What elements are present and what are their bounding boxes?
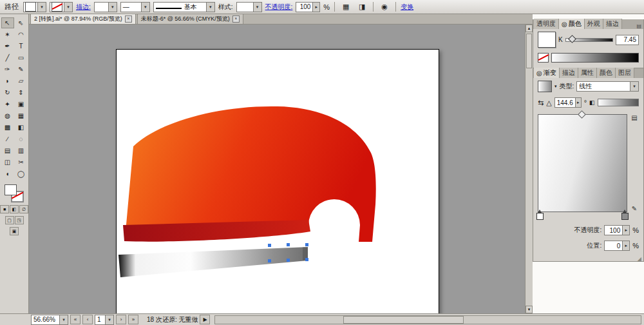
screen-mode-icon[interactable]: ▣ xyxy=(10,227,19,235)
k-slider[interactable] xyxy=(565,38,613,42)
tool-6[interactable]: ╱ xyxy=(1,52,14,63)
reverse-gradient-icon[interactable]: ⇆ xyxy=(538,99,544,107)
brush-definition-dropdown[interactable]: 基本 ▾ xyxy=(153,2,215,12)
draw-behind-icon[interactable]: ◳ xyxy=(15,216,24,224)
gradient-location-field[interactable]: 0 ▸ xyxy=(604,241,630,251)
stepper-icon[interactable]: ▸ xyxy=(312,3,319,12)
selection-handle[interactable] xyxy=(268,244,271,247)
tool-1[interactable]: ⇖ xyxy=(15,17,28,28)
tool-26[interactable]: ◖ xyxy=(1,168,14,179)
tool-10[interactable]: ◗ xyxy=(1,75,14,86)
close-icon[interactable]: × xyxy=(125,15,132,23)
tab-stroke[interactable]: 描边 xyxy=(603,19,622,29)
transform-link[interactable]: 变换 xyxy=(401,3,413,12)
gradient-ramp[interactable] xyxy=(538,114,627,212)
document-tab-1[interactable]: 2 [转换].ai* @ 87.94% (RGB/预览) × xyxy=(30,14,136,24)
recolor-artwork-icon[interactable]: ◉ xyxy=(378,1,391,13)
tool-2[interactable]: ✶ xyxy=(1,29,14,40)
tool-14[interactable]: ✦ xyxy=(1,99,14,110)
tool-4[interactable]: ✒ xyxy=(1,41,14,52)
tool-9[interactable]: ✎ xyxy=(15,64,28,75)
tool-25[interactable]: ✂ xyxy=(15,157,28,168)
document-tab-2[interactable]: 未标题-6* @ 56.66% (CMYK/预览) × xyxy=(137,14,243,24)
selection-handle[interactable] xyxy=(287,243,290,246)
tab-layers[interactable]: 图层 xyxy=(616,68,634,78)
current-color-swatch[interactable] xyxy=(538,32,556,48)
stepper-icon[interactable]: ▸ xyxy=(622,241,629,250)
draw-normal-icon[interactable]: ▢ xyxy=(5,216,14,224)
fill-indicator-swatch[interactable] xyxy=(5,184,17,195)
eyedropper-icon[interactable]: ✎ xyxy=(632,205,637,212)
tool-13[interactable]: ⇕ xyxy=(15,87,28,98)
tool-0[interactable]: ↖ xyxy=(1,17,14,28)
k-slider-thumb[interactable] xyxy=(568,35,576,43)
style-dropdown[interactable]: ▾ xyxy=(236,2,262,12)
tool-18[interactable]: ▩ xyxy=(1,122,14,133)
silver-strip[interactable] xyxy=(118,247,308,277)
stroke-weight-dropdown[interactable]: ▾ xyxy=(94,2,117,12)
selection-handle[interactable] xyxy=(305,258,308,261)
horizontal-scroll-thumb[interactable] xyxy=(343,316,464,324)
status-menu-icon[interactable]: ▶ xyxy=(200,315,210,324)
scroll-up-icon[interactable]: ▲ xyxy=(526,25,533,32)
tool-8[interactable]: ✑ xyxy=(1,64,14,75)
tab-color-2[interactable]: 颜色 xyxy=(597,68,616,78)
shape-mode-icon[interactable]: ◨ xyxy=(355,1,368,13)
red-shape-body[interactable] xyxy=(126,106,376,242)
graph-style-icon[interactable]: ▦ xyxy=(339,1,352,13)
tool-11[interactable]: ▱ xyxy=(15,75,28,86)
tool-23[interactable]: ▥ xyxy=(15,145,28,156)
fill-color-dropdown[interactable]: ▾ xyxy=(23,2,46,12)
tool-22[interactable]: ▤ xyxy=(1,145,14,156)
zoom-dropdown[interactable]: 56.66% ▾ xyxy=(31,315,68,325)
tool-5[interactable]: T xyxy=(15,41,28,52)
tab-stroke-2[interactable]: 描边 xyxy=(560,68,578,78)
gradient-fill-thumbnail[interactable] xyxy=(538,81,552,92)
tool-7[interactable]: ▭ xyxy=(15,52,28,63)
tab-appearance[interactable]: 外观 xyxy=(585,19,603,29)
vertical-scroll-thumb[interactable] xyxy=(526,34,532,68)
scroll-down-icon[interactable]: ▼ xyxy=(526,306,533,313)
selection-handle[interactable] xyxy=(305,243,308,246)
vertical-scrollbar[interactable]: ▲ ▼ xyxy=(525,25,533,313)
gradient-button[interactable]: ◧ xyxy=(10,205,19,213)
tool-3[interactable]: ◠ xyxy=(15,29,28,40)
angle-field[interactable]: 144.6 ▸ xyxy=(554,97,582,108)
stroke-panel-link[interactable]: 描边: xyxy=(76,3,91,12)
k-value-field[interactable]: 7.45 xyxy=(616,35,639,45)
last-artboard-icon[interactable]: » xyxy=(128,315,138,324)
tool-15[interactable]: ▣ xyxy=(15,99,28,110)
gradient-type-dropdown[interactable]: 线性 ▾ xyxy=(576,81,639,92)
first-artboard-icon[interactable]: « xyxy=(70,315,80,324)
tool-16[interactable]: ◍ xyxy=(1,110,14,121)
canvas[interactable] xyxy=(29,25,525,313)
tab-color[interactable]: ◎ 颜色 xyxy=(559,19,585,29)
horizontal-scrollbar[interactable] xyxy=(214,315,641,324)
color-button[interactable]: ■ xyxy=(0,205,9,213)
tool-17[interactable]: ▦ xyxy=(15,110,28,121)
width-profile-dropdown[interactable]: — ▾ xyxy=(120,2,150,12)
chevron-down-icon[interactable]: ▾ xyxy=(554,84,557,89)
panel-menu-icon[interactable]: ▤ xyxy=(634,23,643,29)
none-button[interactable]: ∅ xyxy=(19,205,28,213)
tool-24[interactable]: ◫ xyxy=(1,157,14,168)
tab-transparency[interactable]: 透明度 xyxy=(534,19,559,29)
tool-21[interactable]: ◌ xyxy=(15,133,28,144)
gradient-stop-icon[interactable]: ◧ xyxy=(589,99,595,106)
artboard-number-dropdown[interactable]: 1 ▾ xyxy=(95,315,114,325)
selection-handle[interactable] xyxy=(287,259,290,262)
k-spectrum-ramp[interactable] xyxy=(551,53,639,63)
panel-resize-grip[interactable]: ◢ xyxy=(533,256,643,261)
close-icon[interactable]: × xyxy=(232,15,240,23)
gradient-stop-right[interactable] xyxy=(621,213,629,220)
artboard[interactable] xyxy=(116,49,439,313)
stepper-icon[interactable]: ▸ xyxy=(575,98,581,107)
gradient-opacity-field[interactable]: 100 ▸ xyxy=(604,225,630,235)
tool-27[interactable]: ◯ xyxy=(15,168,28,179)
stepper-icon[interactable]: ▸ xyxy=(622,226,629,235)
tool-19[interactable]: ◧ xyxy=(15,122,28,133)
mini-gradient-ramp[interactable] xyxy=(598,99,639,106)
opacity-field[interactable]: 100 ▸ xyxy=(296,2,320,12)
tool-12[interactable]: ↻ xyxy=(1,87,14,98)
selection-handle[interactable] xyxy=(268,259,271,262)
